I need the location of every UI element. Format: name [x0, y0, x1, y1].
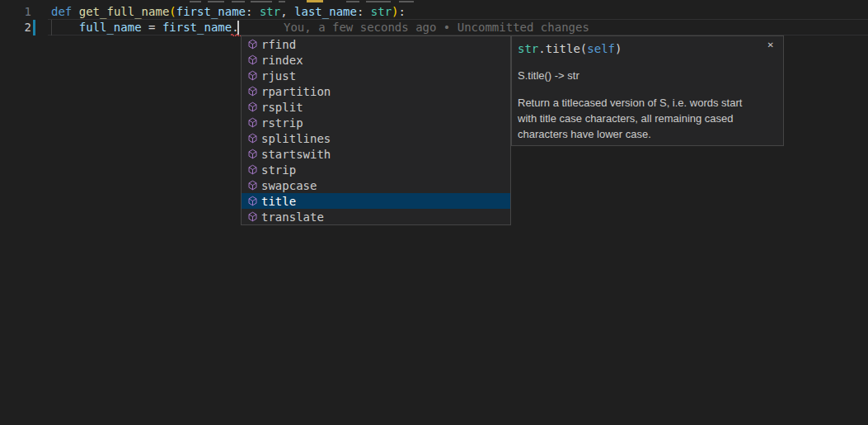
code-token [51, 21, 79, 34]
code-token: ) [392, 5, 398, 18]
suggestion-item-rpartition[interactable]: rpartition [242, 83, 510, 99]
suggestion-item-strip[interactable]: strip [242, 162, 510, 177]
suggestion-item-rfind[interactable]: rfind [242, 36, 510, 52]
suggestion-item-rjust[interactable]: rjust [242, 68, 510, 83]
suggestion-item-swapcase[interactable]: swapcase [242, 177, 510, 193]
symbol-method-icon [247, 39, 258, 50]
code-token [72, 5, 78, 18]
symbol-method-icon [247, 196, 258, 206]
code-token: str [518, 42, 538, 55]
suggestion-label: rpartition [261, 85, 331, 98]
code-token: ) [615, 42, 622, 55]
suggest-docs-panel: str.title(self) ✕ S.title() -> str Retur… [511, 35, 784, 146]
code-token: = [142, 21, 162, 34]
suggestion-label: title [261, 195, 296, 208]
suggestion-label: rfind [261, 38, 296, 51]
code-line-1[interactable]: def get_full_name(first_name: str, last_… [51, 4, 406, 20]
symbol-method-icon [247, 70, 258, 81]
code-token: full_name [79, 21, 142, 34]
suggestion-item-rindex[interactable]: rindex [242, 52, 510, 68]
suggestion-label: startswith [261, 148, 331, 161]
symbol-method-icon [247, 180, 258, 191]
code-token: get_full_name [79, 5, 170, 18]
symbol-method-icon [247, 164, 258, 175]
suggestion-label: rindex [261, 54, 303, 67]
git-blame-annotation: You, a few seconds ago • Uncommitted cha… [284, 20, 589, 35]
close-icon[interactable]: ✕ [767, 40, 774, 50]
git-modified-gutter-indicator [33, 20, 35, 35]
code-line-2[interactable]: full_name = first_name. [51, 20, 239, 35]
code-token: str [260, 5, 280, 18]
docs-description: Return a titlecased version of S, i.e. w… [518, 95, 778, 142]
suggest-widget: rfindrindexrjustrpartitionrsplitrstripsp… [241, 35, 511, 225]
symbol-method-icon [247, 149, 258, 159]
line-number-2: 2 [0, 20, 31, 35]
code-editor-screen: 1 2 def get_full_name(first_name: str, l… [0, 0, 868, 425]
code-token: ( [169, 5, 176, 18]
code-token: : [246, 5, 260, 18]
suggestion-item-translate[interactable]: translate [242, 209, 510, 224]
suggestion-label: swapcase [261, 179, 317, 192]
code-token: str [371, 5, 392, 18]
suggestion-item-title[interactable]: title [242, 193, 510, 209]
suggestion-item-rstrip[interactable]: rstrip [242, 115, 510, 130]
text-cursor [237, 21, 239, 35]
symbol-method-icon [247, 102, 258, 112]
suggestion-label: splitlines [261, 132, 331, 145]
docs-description-line: with title case characters, all remainin… [518, 111, 778, 126]
docs-signature: str.title(self) [518, 41, 622, 57]
symbol-method-icon [247, 54, 258, 65]
code-token: : [399, 5, 406, 18]
suggestion-item-splitlines[interactable]: splitlines [242, 130, 510, 146]
code-token: first_name [162, 21, 232, 34]
code-token: : [357, 5, 371, 18]
suggestion-item-rsplit[interactable]: rsplit [242, 99, 510, 115]
code-token: self [587, 42, 615, 55]
error-squiggle-icon [231, 33, 241, 36]
code-token: .title( [538, 42, 587, 55]
symbol-method-icon [247, 211, 258, 222]
suggestion-label: strip [261, 163, 296, 177]
code-token: first_name [176, 5, 246, 18]
suggestion-label: translate [261, 210, 324, 224]
suggestion-item-startswith[interactable]: startswith [242, 146, 510, 162]
docs-description-line: characters have lower case. [518, 126, 778, 142]
code-token: def [51, 5, 72, 18]
docs-description-line: Return a titlecased version of S, i.e. w… [518, 95, 778, 111]
docs-summary: S.title() -> str [518, 69, 579, 82]
code-token: , [280, 5, 294, 18]
symbol-method-icon [247, 86, 258, 97]
symbol-method-icon [247, 133, 258, 144]
code-token: last_name [294, 5, 357, 18]
suggestion-label: rstrip [261, 116, 303, 130]
symbol-method-icon [247, 117, 258, 128]
suggestion-label: rsplit [261, 101, 303, 114]
line-number-1: 1 [0, 4, 31, 20]
suggestion-label: rjust [261, 69, 296, 83]
